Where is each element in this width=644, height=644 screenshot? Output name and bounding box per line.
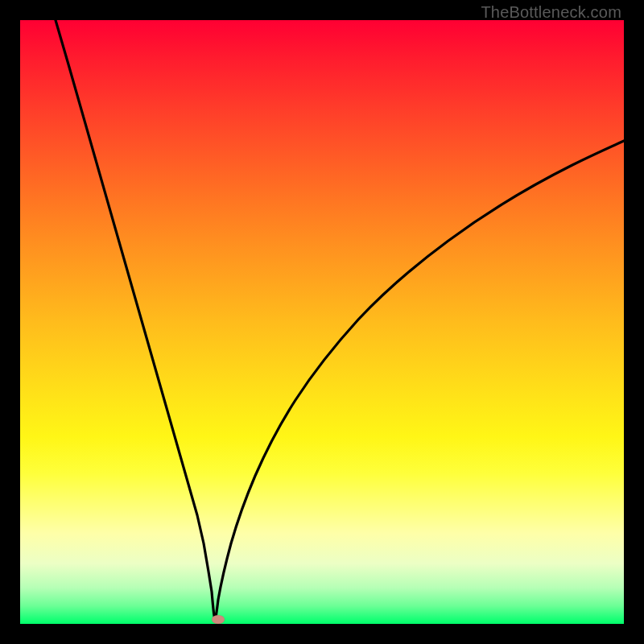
vertex-marker: [212, 615, 225, 624]
attribution-text: TheBottleneck.com: [481, 3, 621, 22]
bottleneck-curve: [20, 20, 624, 624]
chart-frame: TheBottleneck.com: [0, 0, 644, 644]
plot-area: [20, 20, 624, 624]
curve-path: [56, 20, 624, 620]
